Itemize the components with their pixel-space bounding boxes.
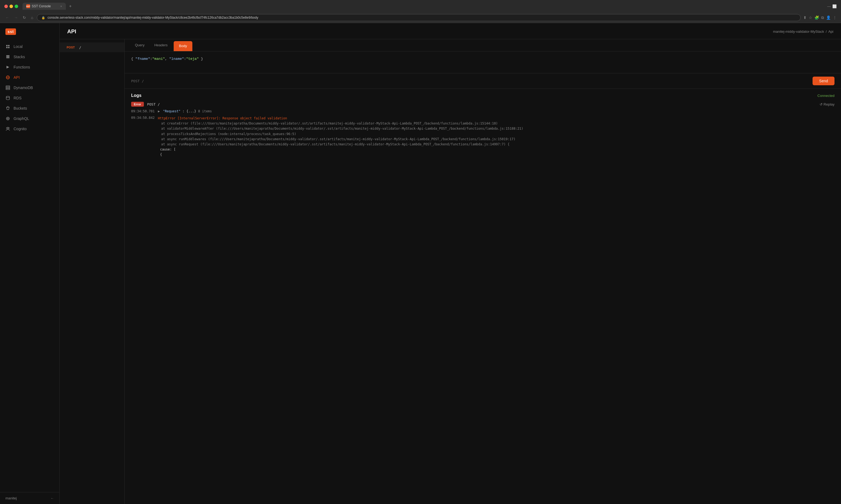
cause-line-1: cause: [ — [158, 147, 524, 152]
browser-tabs: SST SST Console × + — [22, 3, 825, 10]
nav-back-button[interactable]: ← — [4, 15, 10, 20]
functions-icon — [5, 65, 10, 70]
tab-close-button[interactable]: × — [61, 5, 62, 8]
log-brace: {...} — [186, 109, 196, 113]
tab-query[interactable]: Query — [130, 39, 149, 51]
browser-tab-sst[interactable]: SST SST Console × — [22, 3, 66, 10]
breadcrumb-separator: / — [826, 30, 827, 34]
graphql-icon — [5, 116, 10, 121]
svg-rect-3 — [8, 47, 10, 48]
svg-rect-2 — [6, 47, 7, 48]
sidebar: sst Local — [0, 23, 59, 504]
body-brace-open: { — [131, 57, 136, 61]
sidebar-item-cognito[interactable]: Cognito — [0, 124, 59, 134]
window-control-fullscreen[interactable]: ⬜ — [832, 4, 837, 8]
tab-headers[interactable]: Headers — [149, 39, 172, 51]
footer-username: manitej — [5, 496, 17, 500]
sidebar-label-functions: Functions — [14, 65, 30, 69]
traffic-lights — [4, 5, 18, 8]
log-entry-stack: 09:34:50.842 HttpError [InternalServerEr… — [131, 116, 835, 158]
api-icon — [5, 75, 10, 80]
browser-nav: ← → ↻ ⌂ 🔒 console.serverless-stack.com/m… — [0, 13, 841, 23]
traffic-light-green[interactable] — [15, 5, 18, 8]
stack-line-1: at createError (file:///Users/manitejapr… — [158, 121, 524, 126]
cause-line-2: { — [158, 152, 524, 157]
log-timestamp-1: 09:34:50.701 — [131, 109, 155, 113]
logs-title: Logs — [131, 93, 141, 98]
log-time-row-request: 09:34:50.701 ▶ "Request" : {...} 8 items — [131, 109, 835, 113]
svg-rect-12 — [6, 87, 10, 88]
nav-forward-button[interactable]: → — [13, 15, 19, 20]
profile-icon[interactable]: 👤 — [826, 15, 831, 20]
sidebar-item-stacks[interactable]: Stacks — [0, 52, 59, 62]
breadcrumb: manitej-middy-validator-MyStack / Api — [773, 30, 834, 34]
body-colon1: : — [150, 57, 152, 61]
stack-line-3: at processTicksAndRejections (node:inter… — [158, 131, 524, 137]
extensions-icon[interactable]: 🧩 — [814, 15, 819, 20]
sidebar-item-api[interactable]: API — [0, 72, 59, 83]
sidebar-item-local[interactable]: Local — [0, 41, 59, 52]
traffic-light-yellow[interactable] — [10, 5, 13, 8]
log-entry-error: Error POST / ↺ Replay — [131, 102, 835, 107]
sidebar-item-rds[interactable]: RDS — [0, 93, 59, 103]
sidebar-logo: sst — [0, 23, 59, 39]
sidebar-label-api: API — [14, 75, 20, 79]
svg-marker-7 — [6, 66, 9, 69]
breadcrumb-stack: manitej-middy-validator-MyStack — [773, 30, 824, 34]
svg-rect-1 — [8, 45, 10, 46]
route-method-badge: POST — [65, 45, 76, 50]
route-path: / — [79, 46, 81, 50]
svg-rect-4 — [6, 57, 10, 58]
sidebar-label-stacks: Stacks — [14, 55, 25, 59]
body-val-mani: "mani" — [152, 57, 165, 61]
replay-button[interactable]: ↺ Replay — [820, 102, 835, 106]
log-entry-request: 09:34:50.701 ▶ "Request" : {...} 8 items — [131, 109, 835, 113]
body-editor[interactable]: { "fname":"mani", "lname":"teja" } — [125, 51, 841, 73]
log-error-block: HttpError [InternalServerError]: Respons… — [158, 116, 524, 158]
bookmark-icon[interactable]: ☆ — [809, 15, 812, 20]
log-timestamp-2: 09:34:50.842 — [131, 116, 155, 158]
cognito-icon — [5, 126, 10, 131]
new-tab-button[interactable]: + — [67, 3, 74, 10]
nav-home-button[interactable]: ⌂ — [30, 15, 34, 20]
address-bar[interactable]: 🔒 console.serverless-stack.com/middy-val… — [37, 14, 801, 21]
split-view-icon[interactable]: ⧉ — [821, 15, 824, 20]
breadcrumb-section: Api — [828, 30, 834, 34]
request-panel: Query Headers Body { "fname":"mani", "ln… — [125, 39, 841, 504]
send-button[interactable]: Send — [812, 77, 835, 85]
logout-button[interactable]: ← — [50, 496, 54, 500]
menu-icon[interactable]: ⋮ — [833, 15, 837, 20]
replay-icon: ↺ — [820, 102, 823, 106]
main-content: API manitej-middy-validator-MyStack / Ap… — [59, 23, 841, 504]
traffic-light-red[interactable] — [4, 5, 8, 8]
nav-refresh-button[interactable]: ↻ — [22, 15, 27, 20]
log-expandable-request[interactable]: ▶ "Request" : {...} 8 items — [158, 109, 212, 113]
main-header: API manitej-middy-validator-MyStack / Ap… — [59, 23, 841, 39]
sidebar-item-functions[interactable]: Functions — [0, 62, 59, 72]
body-key-fname: "fname" — [136, 57, 150, 61]
body-key-lname: "lname" — [169, 57, 184, 61]
svg-rect-13 — [6, 89, 10, 90]
buckets-icon — [5, 106, 10, 111]
stack-line-2: at validatorMiddlewareAfter (file:///Use… — [158, 126, 524, 131]
expand-arrow-icon: ▶ — [158, 109, 160, 113]
sidebar-item-dynamodb[interactable]: DynamoDB — [0, 83, 59, 93]
sidebar-item-graphql[interactable]: GraphQL — [0, 113, 59, 124]
tab-body[interactable]: Body — [174, 41, 193, 51]
window-control-minimize[interactable]: — — [827, 4, 831, 8]
sidebar-item-buckets[interactable]: Buckets — [0, 103, 59, 113]
route-item-post-root[interactable]: POST / — [59, 42, 124, 52]
log-colon: : — [182, 109, 186, 113]
sidebar-label-local: Local — [14, 44, 22, 49]
log-request-key: "Request" — [163, 109, 181, 113]
app-container: sst Local — [0, 23, 841, 504]
svg-rect-0 — [6, 45, 7, 46]
stack-line-5: at async runRequest (file:///Users/manit… — [158, 142, 524, 147]
log-row-error-header: Error POST / ↺ Replay — [131, 102, 835, 107]
share-icon[interactable]: ⬆ — [803, 15, 807, 20]
sidebar-label-graphql: GraphQL — [14, 116, 29, 121]
url-text: console.serverless-stack.com/middy-valid… — [47, 16, 258, 19]
local-icon — [5, 44, 10, 49]
sidebar-label-buckets: Buckets — [14, 106, 27, 110]
svg-rect-6 — [6, 55, 10, 56]
